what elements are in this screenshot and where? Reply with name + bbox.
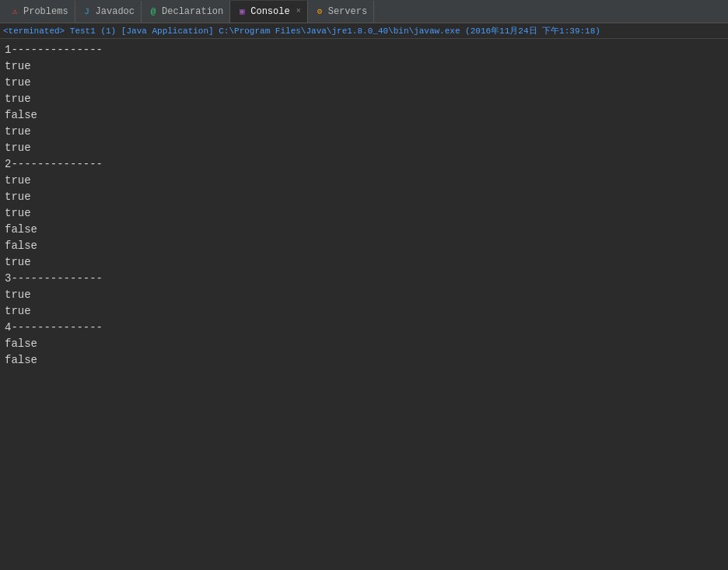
status-bar: <terminated> Test1 (1) [Java Application… — [0, 23, 728, 39]
console-line: true — [5, 189, 723, 205]
console-line: false — [5, 352, 723, 369]
console-line: 1-------------- — [5, 42, 723, 58]
tab-problems[interactable]: ⚠Problems — [3, 1, 75, 23]
console-line: true — [5, 287, 723, 303]
javadoc-tab-icon: J — [82, 6, 93, 17]
console-line: true — [5, 58, 723, 75]
tab-javadoc[interactable]: JJavadoc — [75, 1, 142, 23]
problems-tab-icon: ⚠ — [9, 6, 20, 17]
console-line: true — [5, 254, 723, 271]
console-tab-icon: ▣ — [236, 6, 247, 17]
console-line: true — [5, 173, 723, 189]
tab-declaration[interactable]: @Declaration — [142, 1, 230, 23]
status-text: <terminated> Test1 (1) [Java Application… — [3, 25, 600, 37]
console-line: 3-------------- — [5, 271, 723, 287]
declaration-tab-label: Declaration — [162, 6, 223, 17]
servers-tab-label: Servers — [328, 6, 367, 17]
console-tab-label: Console — [250, 6, 289, 17]
console-line: true — [5, 303, 723, 320]
servers-tab-icon: ⚙ — [314, 6, 325, 17]
console-line: false — [5, 238, 723, 254]
tab-console[interactable]: ▣Console× — [230, 1, 307, 23]
console-line: true — [5, 124, 723, 140]
console-line: false — [5, 222, 723, 238]
declaration-tab-icon: @ — [148, 6, 159, 17]
tab-bar: ⚠ProblemsJJavadoc@Declaration▣Console×⚙S… — [0, 0, 728, 23]
javadoc-tab-label: Javadoc — [96, 6, 135, 17]
console-line: true — [5, 75, 723, 91]
console-line: false — [5, 107, 723, 124]
tab-servers[interactable]: ⚙Servers — [308, 1, 374, 23]
problems-tab-label: Problems — [23, 6, 68, 17]
console-line: true — [5, 205, 723, 222]
console-line: true — [5, 91, 723, 107]
console-line: true — [5, 140, 723, 156]
console-tab-close[interactable]: × — [296, 7, 301, 16]
console-line: 2-------------- — [5, 156, 723, 173]
console-output: 1--------------truetruetruefalsetruetrue… — [0, 39, 728, 570]
console-line: 4-------------- — [5, 320, 723, 336]
console-line: false — [5, 336, 723, 352]
